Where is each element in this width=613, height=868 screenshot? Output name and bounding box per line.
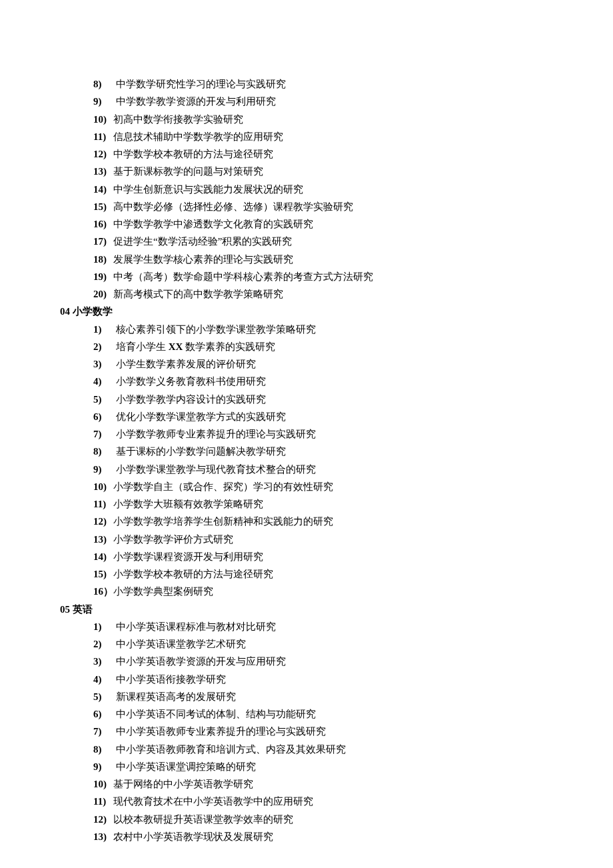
- item-text: 优化小学数学课堂教学方式的实践研究: [116, 408, 553, 425]
- item-number: 5): [93, 391, 116, 408]
- item-text: 现代教育技术在中小学英语教学中的应用研究: [113, 793, 553, 810]
- item-number: 9): [93, 758, 116, 775]
- item-text: 新高考模式下的高中数学教学策略研究: [113, 285, 553, 303]
- item-text: 以校本教研提升英语课堂教学效率的研究: [113, 811, 553, 828]
- list-item: 15)高中数学必修（选择性必修、选修）课程教学实验研究: [93, 198, 553, 215]
- item-text: 基于课标的小学数学问题解决教学研究: [116, 443, 553, 460]
- item-text: 小学数学自主（或合作、探究）学习的有效性研究: [113, 478, 553, 495]
- item-number: 8): [93, 443, 116, 460]
- list-item: 13)小学数学教学评价方式研究: [93, 531, 553, 548]
- list-item: 20)新高考模式下的高中数学教学策略研究: [93, 285, 553, 303]
- item-text: 新课程英语高考的发展研究: [116, 688, 553, 705]
- item-number: 10): [93, 775, 113, 793]
- list-item: 11)现代教育技术在中小学英语教学中的应用研究: [93, 793, 553, 810]
- item-number: 2): [93, 338, 116, 355]
- item-text: 中小学英语课堂教学艺术研究: [116, 635, 553, 653]
- list-item: 12)小学数学教学培养学生创新精神和实践能力的研究: [93, 513, 553, 530]
- item-number: 18): [93, 251, 113, 268]
- item-number: 1): [93, 321, 116, 338]
- item-text: 初高中数学衔接教学实验研究: [113, 111, 553, 128]
- item-text: 中小学英语教师专业素养提升的理论与实践研究: [116, 723, 553, 740]
- list-item: 12)中学数学校本教研的方法与途径研究: [93, 145, 553, 163]
- item-number: 16): [93, 215, 113, 233]
- list-item: 11)信息技术辅助中学数学教学的应用研究: [93, 128, 553, 145]
- item-text: 中学数学研究性学习的理论与实践研究: [116, 75, 553, 93]
- item-number: 20): [93, 285, 113, 303]
- text-part: 数学素养的实践研究: [183, 341, 275, 352]
- item-text: 农村中小学英语教学现状及发展研究: [113, 828, 553, 845]
- item-text: 培育小学生 XX 数学素养的实践研究: [116, 338, 553, 355]
- list-item: 14)中学生创新意识与实践能力发展状况的研究: [93, 181, 553, 198]
- item-number: 11): [93, 128, 113, 145]
- list-item: 10)小学数学自主（或合作、探究）学习的有效性研究: [93, 478, 553, 495]
- item-number: 15): [93, 565, 113, 583]
- list-item: 5)小学数学教学内容设计的实践研究: [93, 391, 553, 408]
- item-text: 小学数学校本教研的方法与途径研究: [113, 565, 553, 583]
- item-text: 基于网络的中小学英语教学研究: [113, 775, 553, 793]
- item-number: 4): [93, 373, 116, 390]
- text-xx: XX: [169, 341, 183, 352]
- list-item: 18)发展学生数学核心素养的理论与实践研究: [93, 251, 553, 268]
- section-heading-05: 05 英语: [60, 601, 553, 618]
- item-text: 中学数学教学中渗透数学文化教育的实践研究: [113, 215, 553, 233]
- list-item: 5)新课程英语高考的发展研究: [93, 688, 553, 705]
- item-text: 中小学英语教学资源的开发与应用研究: [116, 653, 553, 670]
- item-number: 13): [93, 163, 113, 180]
- list-item: 17)促进学生“数学活动经验”积累的实践研究: [93, 233, 553, 250]
- item-number: 11): [93, 495, 113, 513]
- item-number: 12): [93, 513, 113, 530]
- item-number: 3): [93, 355, 116, 373]
- item-text: 高中数学必修（选择性必修、选修）课程教学实验研究: [113, 198, 553, 215]
- section-heading-04: 04 小学数学: [60, 303, 553, 320]
- list-item: 13)基于新课标教学的问题与对策研究: [93, 163, 553, 180]
- list-item: 2)培育小学生 XX 数学素养的实践研究: [93, 338, 553, 355]
- item-text: 核心素养引领下的小学数学课堂教学策略研究: [116, 321, 553, 338]
- item-number: 7): [93, 723, 116, 740]
- list-item: 9)中学数学教学资源的开发与利用研究: [93, 93, 553, 110]
- item-number: 8): [93, 75, 116, 93]
- list-item: 10)基于网络的中小学英语教学研究: [93, 775, 553, 793]
- item-text: 中考（高考）数学命题中学科核心素养的考查方式方法研究: [113, 268, 553, 285]
- list-item: 9)中小学英语课堂调控策略的研究: [93, 758, 553, 775]
- item-number: 8): [93, 741, 116, 758]
- list-item: 6)中小学英语不同考试的体制、结构与功能研究: [93, 705, 553, 723]
- item-number: 10): [93, 111, 113, 128]
- item-text: 小学数学教学评价方式研究: [113, 531, 553, 548]
- item-text: 中小学英语课程标准与教材对比研究: [116, 618, 553, 635]
- list-item: 1)中小学英语课程标准与教材对比研究: [93, 618, 553, 635]
- item-text: 小学数学教学培养学生创新精神和实践能力的研究: [113, 513, 553, 530]
- list-item: 10)初高中数学衔接教学实验研究: [93, 111, 553, 128]
- item-text: 发展学生数学核心素养的理论与实践研究: [113, 251, 553, 268]
- item-text: 小学生数学素养发展的评价研究: [116, 355, 553, 373]
- item-number: 1): [93, 618, 116, 635]
- document-body: 8)中学数学研究性学习的理论与实践研究 9)中学数学教学资源的开发与利用研究 1…: [60, 75, 553, 845]
- text-part: 培育小学生: [116, 341, 169, 352]
- item-number: 14): [93, 181, 113, 198]
- item-number: 17): [93, 233, 113, 250]
- item-text: 小学数学典型案例研究: [113, 583, 553, 600]
- list-item: 4)小学数学义务教育教科书使用研究: [93, 373, 553, 390]
- item-number: 9): [93, 93, 116, 110]
- item-number: 13): [93, 531, 113, 548]
- list-item: 16)中学数学教学中渗透数学文化教育的实践研究: [93, 215, 553, 233]
- item-number: 5): [93, 688, 116, 705]
- item-number: 11): [93, 793, 113, 810]
- item-text: 中学数学校本教研的方法与途径研究: [113, 145, 553, 163]
- list-item: 13)农村中小学英语教学现状及发展研究: [93, 828, 553, 845]
- item-text: 中学数学教学资源的开发与利用研究: [116, 93, 553, 110]
- item-text: 基于新课标教学的问题与对策研究: [113, 163, 553, 180]
- item-text: 中小学英语教师教育和培训方式、内容及其效果研究: [116, 741, 553, 758]
- list-item: 12)以校本教研提升英语课堂教学效率的研究: [93, 811, 553, 828]
- list-item: 9)小学数学课堂教学与现代教育技术整合的研究: [93, 461, 553, 478]
- item-number: 12): [93, 811, 113, 828]
- item-number: 16）: [93, 583, 113, 600]
- list-item: 1)核心素养引领下的小学数学课堂教学策略研究: [93, 321, 553, 338]
- list-item: 8)中小学英语教师教育和培训方式、内容及其效果研究: [93, 741, 553, 758]
- item-text: 中小学英语课堂调控策略的研究: [116, 758, 553, 775]
- item-number: 6): [93, 408, 116, 425]
- item-text: 中学生创新意识与实践能力发展状况的研究: [113, 181, 553, 198]
- item-text: 小学数学大班额有效教学策略研究: [113, 495, 553, 513]
- item-number: 12): [93, 145, 113, 163]
- list-item: 3)中小学英语教学资源的开发与应用研究: [93, 653, 553, 670]
- list-item: 19)中考（高考）数学命题中学科核心素养的考查方式方法研究: [93, 268, 553, 285]
